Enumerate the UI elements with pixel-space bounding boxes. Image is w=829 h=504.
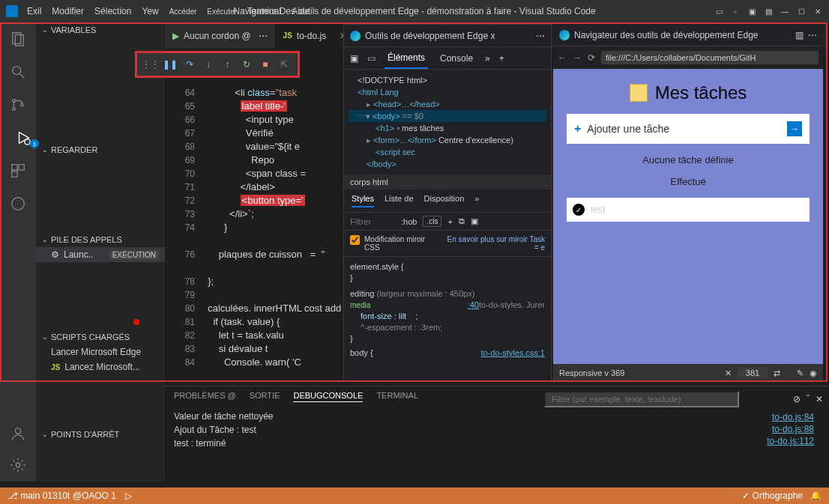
- menu-edit[interactable]: Modifier: [52, 6, 84, 16]
- search-icon[interactable]: [9, 63, 27, 81]
- output-tab[interactable]: SORTIE: [250, 391, 280, 402]
- src-link[interactable]: to-do.js:84: [553, 412, 814, 422]
- layout3-icon[interactable]: ▣: [747, 6, 757, 16]
- elements-tab[interactable]: Éléments: [385, 48, 428, 69]
- restart-icon[interactable]: ↻: [241, 58, 252, 70]
- browser-more-icon[interactable]: ⋯: [808, 30, 817, 40]
- submit-icon[interactable]: →: [787, 121, 802, 136]
- debug-icon[interactable]: [0, 129, 36, 147]
- layout-icon[interactable]: ▭: [714, 6, 724, 16]
- url-bar[interactable]: file:///C:/Users/collabera/Documents/Git…: [601, 51, 819, 64]
- menu-selection[interactable]: Sélection: [94, 6, 131, 16]
- add-task-input[interactable]: +Ajouter une tâche→: [567, 114, 810, 144]
- done-heading: Effectué: [670, 176, 705, 187]
- step-into-icon[interactable]: ↓: [202, 58, 214, 70]
- split-icon[interactable]: ▥: [795, 30, 804, 40]
- svg-rect-11: [12, 171, 17, 177]
- terminal-tab[interactable]: TERMINAL: [376, 391, 418, 402]
- wand-icon[interactable]: ✎: [797, 368, 804, 378]
- menu-file[interactable]: Exil: [27, 6, 41, 16]
- layout4-icon[interactable]: ▤: [763, 6, 774, 16]
- drag-handle-icon[interactable]: ⋮⋮: [145, 58, 157, 70]
- titlebar: Exil Modifier Sélection Yew Accéder Exéc…: [0, 0, 829, 22]
- layout-tab[interactable]: Disposition: [424, 194, 465, 207]
- add-tab-icon[interactable]: +: [499, 53, 504, 64]
- svg-point-13: [15, 428, 20, 434]
- bell-icon[interactable]: 🔔: [810, 491, 822, 501]
- mirror-info[interactable]: En savoir plus sur miroir Task = e: [441, 235, 545, 252]
- computed-tab[interactable]: Liste de: [385, 194, 414, 207]
- detach-icon[interactable]: ⇱: [279, 58, 290, 70]
- back-icon[interactable]: ←: [558, 52, 567, 63]
- source-control-icon[interactable]: [9, 96, 27, 114]
- browser-viewport: Mes tâches +Ajouter une tâche→ Aucune tâ…: [553, 69, 823, 364]
- explorer-icon[interactable]: [9, 30, 27, 48]
- device-icon[interactable]: ▭: [367, 53, 376, 64]
- variables-section[interactable]: ⌄VARIABLES: [36, 22, 165, 37]
- tab-debug[interactable]: ▶Aucun cordon @⋯: [165, 22, 276, 49]
- step-out-icon[interactable]: ↑: [222, 58, 233, 70]
- add-rule-icon[interactable]: +: [447, 217, 452, 226]
- dom-tree[interactable]: <!DOCTYPE html> <html Lang ▸ <head>…</he…: [344, 70, 551, 174]
- cls-toggle[interactable]: .cls: [423, 216, 441, 227]
- script-edge[interactable]: Lancer Microsoft Edge: [36, 344, 165, 359]
- loaded-scripts-section[interactable]: ⌄SCRIPTS CHARGÉS: [36, 330, 165, 344]
- minimize-icon[interactable]: —: [780, 6, 790, 16]
- pause-icon[interactable]: ❚❚: [164, 58, 176, 70]
- dim-height[interactable]: 381: [738, 368, 768, 378]
- problems-tab[interactable]: PROBLÈMES @: [174, 391, 236, 402]
- clear-icon[interactable]: ⊘: [793, 394, 801, 404]
- console-filter[interactable]: [544, 391, 739, 407]
- svg-point-5: [13, 108, 16, 111]
- debugconsole-tab[interactable]: DEBUGCONSOLE: [293, 391, 363, 402]
- debug-status-icon[interactable]: ▷: [125, 491, 132, 501]
- spellcheck-status[interactable]: ✓ Orthographe: [742, 491, 803, 501]
- src-link[interactable]: to-do.js:112: [553, 436, 814, 446]
- layout2-icon[interactable]: ▫: [730, 6, 741, 16]
- reload-icon[interactable]: ⟳: [588, 52, 595, 63]
- forward-icon[interactable]: →: [573, 52, 582, 63]
- svg-rect-10: [19, 165, 24, 170]
- close-icon[interactable]: ✕: [813, 6, 823, 16]
- no-task-text: Aucune tâche définie: [642, 154, 733, 166]
- panel-close-icon[interactable]: ✕: [816, 394, 823, 404]
- styles-filter[interactable]: [350, 217, 395, 226]
- settings-icon[interactable]: [9, 456, 27, 474]
- step-over-icon[interactable]: ↷: [184, 58, 195, 70]
- devtools-panel: Outils de développement Edge x ⋯ ▣ ▭ Élé…: [343, 24, 552, 382]
- extensions-icon[interactable]: [9, 162, 27, 180]
- more-icon[interactable]: ⋯: [536, 31, 545, 41]
- watch-section[interactable]: ⌄REGARDER: [36, 142, 165, 157]
- src-link[interactable]: to-do.js:88: [553, 424, 814, 434]
- dom-breadcrumb[interactable]: corps html: [344, 174, 551, 189]
- maximize-icon[interactable]: ☐: [796, 6, 807, 16]
- hover-toggle[interactable]: :hob: [401, 217, 417, 226]
- inspect-icon[interactable]: ▣: [350, 53, 358, 64]
- callstack-section[interactable]: ⌄PILE DES APPELS: [36, 232, 165, 247]
- style-rules[interactable]: element.style { } editing (largeur maxim…: [344, 257, 551, 363]
- overflow-icon[interactable]: »: [485, 53, 490, 64]
- chevron-up-icon[interactable]: ˆ: [807, 394, 810, 404]
- script-edge2[interactable]: JSLancez Microsoft...: [36, 359, 165, 374]
- console-tab[interactable]: Console: [437, 49, 476, 68]
- menu-view[interactable]: Yew: [142, 6, 158, 16]
- menu-go[interactable]: Accéder: [169, 7, 197, 16]
- source-links: to-do.js:84 to-do.js:88 to-do.js:112: [544, 407, 823, 452]
- edge-icon[interactable]: [9, 195, 27, 213]
- callstack-item[interactable]: ⚙Launc..EXÉCUTION: [36, 247, 165, 262]
- branch-indicator[interactable]: ⎇ main 01310t @OAOO 1: [7, 491, 116, 501]
- task-item[interactable]: ✓test: [567, 198, 810, 222]
- bottom-panel: PROBLÈMES @ SORTIE DEBUGCONSOLE TERMINAL…: [165, 386, 828, 482]
- more-styles-icon[interactable]: ▣: [471, 216, 478, 226]
- eye-icon[interactable]: ◉: [810, 368, 817, 378]
- account-icon[interactable]: [9, 425, 27, 443]
- responsive-label[interactable]: Responsive v 369: [559, 368, 624, 377]
- breakpoints-section[interactable]: ⌄POINTS D'ARRÊT: [36, 427, 165, 442]
- copy-icon[interactable]: ⧉: [459, 216, 465, 226]
- stop-icon[interactable]: ■: [259, 58, 271, 70]
- styles-tab[interactable]: Styles: [352, 194, 374, 207]
- mirror-checkbox[interactable]: [350, 235, 360, 245]
- check-icon[interactable]: ✓: [573, 204, 585, 216]
- menu-run[interactable]: Exécuter: [207, 7, 236, 16]
- rotate-icon[interactable]: ⇄: [774, 368, 780, 378]
